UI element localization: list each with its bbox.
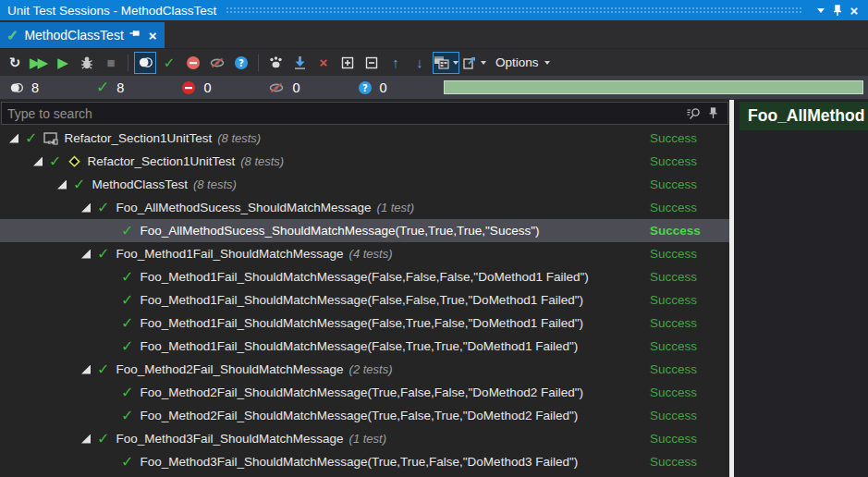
close-icon: × <box>850 4 859 18</box>
debug-test-button[interactable] <box>76 52 98 74</box>
export-icon <box>462 55 477 70</box>
test-tree-row[interactable]: ✓Foo_Method2Fail_ShouldMatchMessage(2 te… <box>0 358 729 381</box>
test-tree-row[interactable]: ✓Foo_AllMethodSucess_ShouldMatchMessage(… <box>0 196 729 219</box>
total-tests: 8 <box>9 80 39 95</box>
test-tree-row[interactable]: ✓Foo_Method3Fail_ShouldMatchMessage(1 te… <box>0 427 729 450</box>
expand-all-button[interactable] <box>336 52 359 74</box>
search-filter-button[interactable] <box>685 104 703 123</box>
test-status-label: Success <box>650 131 697 145</box>
help-circle-icon: ? <box>358 80 373 95</box>
search-box <box>1 102 728 125</box>
export-button[interactable] <box>461 52 487 74</box>
search-pin-button[interactable] <box>703 104 722 123</box>
test-name-label: Foo_Method2Fail_ShouldMatchMessage(True,… <box>140 385 583 399</box>
show-passed-toggle[interactable]: ✓ <box>158 52 180 74</box>
test-status-label: Success <box>650 293 697 307</box>
show-all-tests-toggle[interactable] <box>134 52 156 74</box>
test-tree-row[interactable]: ✓Foo_Method1Fail_ShouldMatchMessage(Fals… <box>0 335 729 358</box>
next-test-button[interactable]: ↓ <box>409 52 431 74</box>
check-icon: ✓ <box>96 78 109 97</box>
eye-slash-icon <box>268 81 285 94</box>
previous-test-button[interactable]: ↑ <box>385 52 407 74</box>
run-test-button[interactable]: ▶ <box>52 52 74 74</box>
show-ignored-toggle[interactable] <box>206 52 228 74</box>
test-status-label: Success <box>650 385 697 399</box>
tab-label: MethodClassTest <box>24 28 123 43</box>
test-name-label: Foo_AllMethodSucess_ShouldMatchMessage <box>116 201 371 214</box>
test-name-label: MethodClassTest <box>92 177 188 191</box>
collapse-all-button[interactable] <box>361 52 383 74</box>
test-name-label: Refactor_Section1UnitTest <box>64 131 212 145</box>
test-tree-row[interactable]: ✓Foo_Method3Fail_ShouldMatchMessage(True… <box>0 450 729 473</box>
options-button[interactable]: Options <box>489 52 551 74</box>
toolbar-separator <box>128 55 128 71</box>
output-header: Foo_AllMethod <box>740 102 868 130</box>
test-results-tree: ✓c#Refactor_Section1UnitTest(8 tests)Suc… <box>0 127 729 477</box>
test-output-pane: Foo_AllMethod <box>734 100 868 477</box>
tree-indent <box>105 411 115 421</box>
tests-circle-icon <box>138 55 153 70</box>
test-tree-row[interactable]: ✓c#Refactor_Section1UnitTest(8 tests)Suc… <box>0 127 729 150</box>
remove-tests-button[interactable]: × <box>312 52 335 74</box>
test-status-label: Success <box>650 224 701 238</box>
test-tree-row[interactable]: ✓MethodClassTest(8 tests)Success <box>0 173 729 196</box>
expand-toggle-icon[interactable] <box>81 365 91 374</box>
group-by-button[interactable] <box>433 52 459 74</box>
test-name-label: Foo_Method3Fail_ShouldMatchMessage <box>116 432 343 446</box>
dropdown-caret-icon <box>453 61 458 65</box>
tab-methodclasstest[interactable]: ✓ MethodClassTest × <box>0 22 165 48</box>
failed-tests: 0 <box>181 80 211 95</box>
pin-icon <box>832 5 843 17</box>
svg-text:?: ? <box>362 82 368 92</box>
window-menu-button[interactable] <box>813 2 829 18</box>
run-all-tests-button[interactable]: ▶▶ <box>28 52 50 74</box>
track-running-test-button[interactable] <box>264 52 287 74</box>
append-tests-button[interactable] <box>288 52 311 74</box>
test-name-label: Refactor_Section1UnitTest <box>87 154 235 168</box>
expand-toggle-icon[interactable] <box>81 434 91 444</box>
test-tree-row[interactable]: ✓Foo_AllMethodSucess_ShouldMatchMessage(… <box>0 219 729 242</box>
test-status-label: Success <box>650 177 697 191</box>
window-pin-button[interactable] <box>829 2 846 18</box>
test-tree-row[interactable]: ✓Foo_Method1Fail_ShouldMatchMessage(Fals… <box>0 265 729 288</box>
search-input[interactable] <box>7 106 685 121</box>
passed-tests: ✓8 <box>96 78 124 97</box>
search-filter-icon <box>687 107 702 120</box>
expand-toggle-icon[interactable] <box>81 250 91 259</box>
csharp-project-icon: c# <box>43 132 58 145</box>
options-label: Options <box>490 55 541 69</box>
test-tree-row[interactable]: ✓Foo_Method1Fail_ShouldMatchMessage(Fals… <box>0 312 729 335</box>
output-test-title: Foo_AllMethod <box>748 106 864 126</box>
test-name-label: Foo_Method1Fail_ShouldMatchMessage(False… <box>140 293 583 307</box>
test-tree-row[interactable]: ✓Refactor_Section1UnitTest(8 tests)Succe… <box>0 150 729 173</box>
show-inconclusive-toggle[interactable]: ? <box>230 52 252 74</box>
test-name-label: Foo_Method2Fail_ShouldMatchMessage <box>116 362 343 376</box>
test-status-label: Success <box>650 339 697 353</box>
test-tree-row[interactable]: ✓Foo_Method1Fail_ShouldMatchMessage(4 te… <box>0 242 729 265</box>
test-status-label: Success <box>650 432 697 446</box>
stop-icon: ■ <box>106 55 115 69</box>
pin-icon[interactable] <box>129 30 141 41</box>
stop-button[interactable]: ■ <box>100 52 122 74</box>
test-count-label: (4 tests) <box>349 247 393 261</box>
refresh-button[interactable]: ↻ <box>4 52 26 74</box>
show-failed-toggle[interactable] <box>182 52 204 74</box>
session-tab-strip: ✓ MethodClassTest × <box>0 20 868 48</box>
test-tree-row[interactable]: ✓Foo_Method1Fail_ShouldMatchMessage(Fals… <box>0 288 729 312</box>
dropdown-caret-icon <box>481 61 486 65</box>
run-all-icon: ▶▶ <box>30 55 48 69</box>
tab-close-icon[interactable]: × <box>149 28 157 43</box>
chevron-down-icon <box>817 8 825 13</box>
pin-icon <box>708 107 718 119</box>
expand-toggle-icon[interactable] <box>33 157 43 166</box>
test-passed-check-icon: ✓ <box>97 245 109 263</box>
toolbar-separator <box>258 55 259 71</box>
expand-toggle-icon[interactable] <box>81 203 91 213</box>
test-tree-row[interactable]: ✓Foo_Method2Fail_ShouldMatchMessage(True… <box>0 404 729 427</box>
test-tree-row[interactable]: ✓Foo_Method2Fail_ShouldMatchMessage(True… <box>0 381 729 404</box>
expand-toggle-icon[interactable] <box>9 134 18 143</box>
expand-toggle-icon[interactable] <box>57 180 67 190</box>
run-icon: ▶ <box>57 55 68 69</box>
window-close-button[interactable]: × <box>846 2 862 18</box>
test-status-label: Success <box>650 270 697 284</box>
